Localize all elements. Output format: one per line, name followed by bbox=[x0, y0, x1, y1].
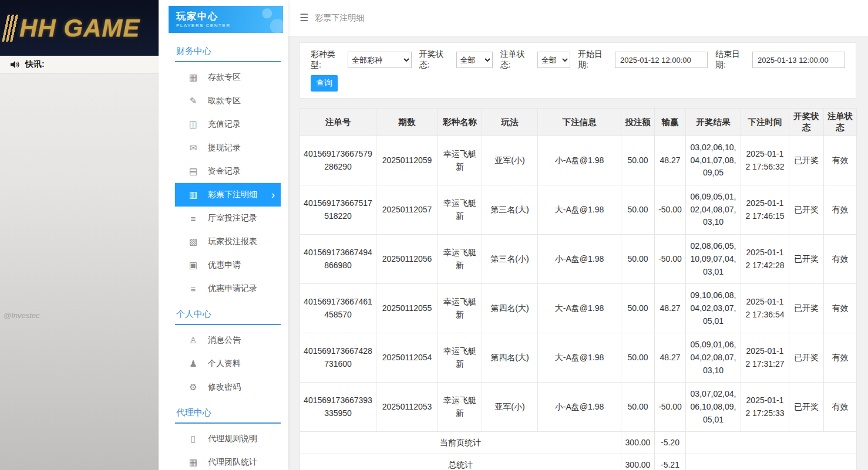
draw-status-label: 开奖状态: bbox=[419, 49, 453, 70]
cell-bet-info: 大-A盘@1.98 bbox=[538, 284, 621, 333]
lottery-type-select[interactable]: 全部彩种 bbox=[348, 52, 412, 68]
sidebar-item-hall-bet-record[interactable]: ≡厅室投注记录 bbox=[175, 207, 281, 230]
cell-order-no: 401569173667494866980 bbox=[300, 235, 376, 284]
menu-toggle-icon[interactable]: ☰ bbox=[300, 12, 308, 24]
sidebar-item-player-bet-report[interactable]: ▧玩家投注报表 bbox=[175, 230, 281, 253]
recharge-record-icon: ◫ bbox=[187, 119, 200, 130]
cell-win-loss: 48.27 bbox=[655, 136, 686, 185]
cell-bet-time: 2025-01-12 17:31:27 bbox=[741, 333, 789, 383]
sidebar-item-withdraw-record[interactable]: ✉提现记录 bbox=[175, 136, 281, 160]
sidebar-item-label: 厅室投注记录 bbox=[208, 213, 257, 224]
end-date-input[interactable] bbox=[752, 52, 845, 68]
cell-order-status: 有效 bbox=[824, 333, 857, 383]
draw-status-select[interactable]: 全部 bbox=[456, 52, 493, 68]
search-button[interactable]: 查询 bbox=[311, 75, 338, 92]
sidebar-item-label: 提现记录 bbox=[208, 143, 241, 153]
cell-draw-status: 已开奖 bbox=[789, 235, 824, 284]
cell-play-type: 第三名(大) bbox=[482, 185, 538, 235]
sidebar-item-messages[interactable]: ♙消息公告 bbox=[175, 329, 281, 352]
sidebar-item-recharge-record[interactable]: ◫充值记录 bbox=[175, 113, 281, 136]
player-center-subtitle: PLAYERS CENTER bbox=[176, 23, 283, 28]
cell-period: 20250112057 bbox=[376, 185, 438, 235]
cell-bet-amount: 50.00 bbox=[621, 136, 655, 185]
column-header-win-loss: 输赢 bbox=[655, 109, 686, 136]
cell-draw-result: 09,10,06,08,04,02,03,07,05,01 bbox=[686, 284, 741, 333]
order-status-label: 注单状态: bbox=[500, 49, 534, 70]
agent-team-stats-icon: ▦ bbox=[187, 457, 200, 468]
bet-table: 注单号期数彩种名称玩法下注信息投注额输赢开奖结果下注时间开奖状态注单状态 401… bbox=[300, 108, 857, 470]
topbar: ☰ 彩票下注明细 bbox=[288, 0, 868, 36]
logo-bars-icon bbox=[2, 15, 19, 42]
column-header-bet-time: 下注时间 bbox=[741, 109, 789, 136]
cell-play-type: 亚军(小) bbox=[482, 383, 538, 432]
column-header-play-type: 玩法 bbox=[482, 109, 538, 136]
sidebar-section-title: 财务中心 bbox=[175, 40, 281, 62]
cell-order-status: 有效 bbox=[824, 284, 857, 333]
deposit-icon: ▦ bbox=[187, 72, 200, 83]
sidebar-item-profile[interactable]: ♟个人资料 bbox=[175, 352, 281, 376]
sidebar-menu: ▦存款专区✎取款专区◫充值记录✉提现记录▤资金记录▥彩票下注明细›≡厅室投注记录… bbox=[175, 66, 281, 300]
cell-draw-status: 已开奖 bbox=[789, 333, 824, 383]
lottery-type-label: 彩种类型: bbox=[311, 49, 345, 70]
cell-order-status: 有效 bbox=[824, 185, 857, 235]
sidebar-item-deposit[interactable]: ▦存款专区 bbox=[175, 66, 281, 89]
funds-record-icon: ▤ bbox=[187, 166, 200, 177]
cell-win-loss: 48.27 bbox=[655, 284, 686, 333]
cell-order-no: 401569173667517518220 bbox=[300, 185, 376, 235]
grand-summary-row: 总统计 300.00 -5.21 bbox=[300, 454, 857, 470]
cell-bet-time: 2025-01-12 17:56:32 bbox=[741, 136, 789, 185]
app-root: HH GAME 快讯: @Investec 玩家中心 PLAYERS CENTE… bbox=[0, 0, 868, 470]
cell-win-loss: -50.00 bbox=[655, 235, 686, 284]
messages-icon: ♙ bbox=[187, 335, 200, 346]
sidebar-item-label: 资金记录 bbox=[208, 166, 241, 177]
sidebar-item-agent-rules[interactable]: ▯代理规则说明 bbox=[175, 427, 281, 451]
sidebar-item-promo-apply[interactable]: ▣优惠申请 bbox=[175, 253, 281, 277]
promo-apply-record-icon: ≡ bbox=[187, 284, 200, 294]
hall-bet-record-icon: ≡ bbox=[187, 214, 200, 224]
cell-draw-result: 02,08,06,05,10,09,07,04,03,01 bbox=[686, 235, 741, 284]
cell-period: 20250112059 bbox=[376, 136, 438, 185]
column-header-bet-amount: 投注额 bbox=[621, 109, 655, 136]
start-date-label: 开始日期: bbox=[578, 49, 612, 70]
cell-draw-result: 05,09,01,06,04,02,08,07,03,10 bbox=[686, 333, 741, 383]
cell-play-type: 亚军(小) bbox=[482, 136, 538, 185]
news-label: 快讯: bbox=[25, 59, 45, 70]
cell-period: 20250112054 bbox=[376, 333, 438, 383]
change-password-icon: ⚙ bbox=[187, 382, 200, 393]
sidebar-item-label: 修改密码 bbox=[208, 382, 241, 393]
cell-lottery-name: 幸运飞艇新 bbox=[438, 235, 482, 284]
cell-draw-result: 03,07,02,04,06,10,08,09,05,01 bbox=[686, 383, 741, 432]
page-title: 彩票下注明细 bbox=[315, 13, 364, 23]
cell-win-loss: -50.00 bbox=[655, 383, 686, 432]
cell-bet-time: 2025-01-12 17:46:15 bbox=[741, 185, 789, 235]
cell-order-no: 401569173667461458570 bbox=[300, 284, 376, 333]
table-body: 40156917366757928629020250112059幸运飞艇新亚军(… bbox=[300, 136, 857, 432]
cell-win-loss: -50.00 bbox=[655, 185, 686, 235]
table-row: 40156917366751751822020250112057幸运飞艇新第三名… bbox=[300, 185, 857, 235]
page-summary-empty bbox=[686, 432, 857, 454]
cell-order-status: 有效 bbox=[824, 383, 857, 432]
sidebar-item-label: 优惠申请 bbox=[208, 260, 241, 270]
sidebar-item-label: 充值记录 bbox=[208, 119, 241, 130]
sidebar-item-promo-apply-record[interactable]: ≡优惠申请记录 bbox=[175, 277, 281, 300]
grand-summary-winloss-total: -5.21 bbox=[655, 454, 686, 470]
bet-table-card: 注单号期数彩种名称玩法下注信息投注额输赢开奖结果下注时间开奖状态注单状态 401… bbox=[300, 108, 856, 470]
table-summary: 当前页统计 300.00 -5.20 总统计 300.00 -5.21 bbox=[300, 432, 857, 470]
cell-play-type: 第四名(大) bbox=[482, 333, 538, 383]
sidebar-item-agent-team-stats[interactable]: ▦代理团队统计 bbox=[175, 451, 281, 470]
cell-draw-status: 已开奖 bbox=[789, 284, 824, 333]
cell-draw-result: 06,09,05,01,02,04,08,07,03,10 bbox=[686, 185, 741, 235]
sidebar-menu: ▯代理规则说明▦代理团队统计 bbox=[175, 427, 281, 470]
sidebar-item-change-password[interactable]: ⚙修改密码 bbox=[175, 376, 281, 399]
sidebar-item-lottery-bet-detail[interactable]: ▥彩票下注明细› bbox=[175, 183, 281, 207]
player-bet-report-icon: ▧ bbox=[187, 236, 200, 247]
start-date-input[interactable] bbox=[615, 52, 708, 68]
sidebar-item-label: 代理团队统计 bbox=[208, 457, 257, 468]
logo: HH GAME bbox=[0, 0, 159, 56]
sidebar-item-withdraw[interactable]: ✎取款专区 bbox=[175, 89, 281, 113]
order-status-select[interactable]: 全部 bbox=[537, 52, 570, 68]
sidebar-item-funds-record[interactable]: ▤资金记录 bbox=[175, 160, 281, 183]
agent-rules-icon: ▯ bbox=[187, 434, 200, 444]
filter-row: 彩种类型: 全部彩种 开奖状态: 全部 注单状态: 全部 开始日期: 结束日期: bbox=[311, 49, 845, 70]
cell-draw-status: 已开奖 bbox=[789, 136, 824, 185]
